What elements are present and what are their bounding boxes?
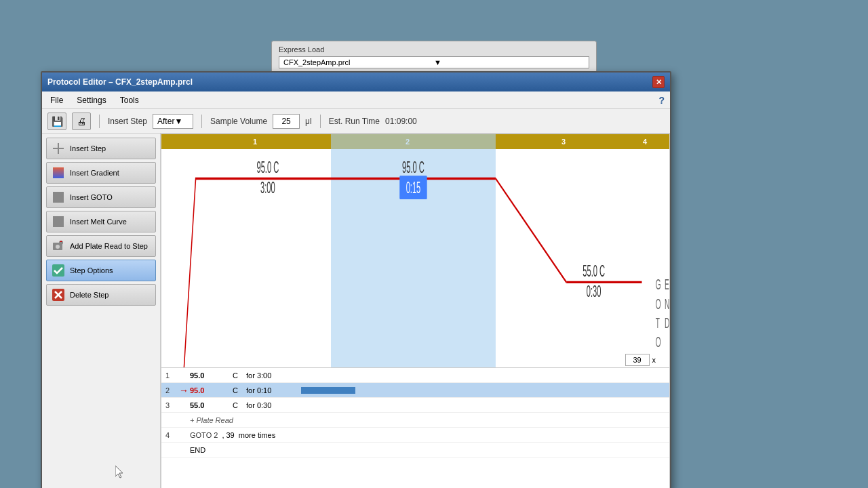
sidebar: Insert Step Insert Gradient Insert GOTO … — [42, 134, 161, 488]
step-goto: GOTO 2 — [190, 431, 218, 439]
step-num — [165, 416, 179, 424]
step-arrow — [179, 370, 190, 381]
insert-gradient-label: Insert Gradient — [70, 169, 119, 177]
window-title: Protocol Editor – CFX_2stepAmp.prcl — [47, 77, 193, 87]
step-bar — [301, 387, 355, 394]
insert-goto-label: Insert GOTO — [70, 193, 113, 201]
express-load-arrow: ▼ — [434, 58, 585, 66]
step-unit: C — [231, 386, 244, 394]
step-num: 4 — [165, 431, 179, 439]
menu-file[interactable]: File — [47, 96, 66, 105]
toolbar-separator-3 — [320, 115, 321, 128]
insert-step-dropdown[interactable]: After ▼ — [153, 114, 193, 129]
protocol-editor-window: Protocol Editor – CFX_2stepAmp.prcl ✕ Fi… — [41, 71, 671, 488]
help-button[interactable]: ? — [658, 95, 665, 106]
svg-text:3:00: 3:00 — [260, 179, 275, 197]
print-button[interactable]: 🖨 — [72, 113, 91, 130]
insert-gradient-btn[interactable]: Insert Gradient — [46, 162, 156, 184]
step-num — [165, 446, 179, 454]
est-run-time-label: Est. Run Time — [329, 117, 380, 126]
print-icon: 🖨 — [77, 116, 86, 127]
insert-step-label: Insert Step — [108, 117, 147, 126]
svg-rect-3 — [53, 192, 64, 203]
save-icon: 💾 — [52, 116, 63, 127]
x-label: x — [652, 356, 656, 364]
svg-text:E: E — [665, 277, 669, 293]
svg-text:95.0  C: 95.0 C — [402, 158, 425, 176]
step-row[interactable]: 1 95.0 C for 3:00 — [161, 368, 669, 383]
x-count-input[interactable] — [625, 354, 650, 366]
step-row[interactable]: 3 55.0 C for 0:30 — [161, 398, 669, 413]
express-load-dropdown[interactable]: CFX_2stepAmp.prcl ▼ — [279, 56, 589, 68]
delete-step-btn[interactable]: Delete Step — [46, 284, 156, 306]
step-temp: 95.0 — [190, 371, 231, 380]
svg-text:0:15: 0:15 — [406, 179, 421, 197]
step-num: 3 — [165, 401, 179, 409]
insert-step-arrow: ▼ — [174, 117, 182, 126]
sample-volume-unit: μl — [305, 117, 312, 126]
insert-step-btn[interactable]: Insert Step — [46, 138, 156, 159]
close-button[interactable]: ✕ — [652, 76, 665, 88]
step-options-btn[interactable]: Step Options — [46, 260, 156, 281]
menu-tools[interactable]: Tools — [117, 96, 142, 105]
menu-settings[interactable]: Settings — [74, 96, 108, 105]
svg-text:O: O — [656, 334, 661, 350]
step-arrow — [179, 430, 190, 441]
svg-text:55.0  C: 55.0 C — [583, 262, 605, 280]
step-arrow: → — [179, 385, 190, 396]
delete-step-label: Delete Step — [70, 291, 108, 299]
step-goto-count: , 39 more times — [218, 431, 275, 439]
insert-goto-icon — [51, 190, 66, 205]
svg-rect-1 — [58, 143, 59, 154]
step-row[interactable]: 2 → 95.0 C for 0:10 — [161, 383, 669, 398]
insert-gradient-icon — [51, 165, 66, 180]
save-button[interactable]: 💾 — [47, 113, 66, 130]
step-temp: 55.0 — [190, 401, 231, 409]
insert-goto-btn[interactable]: Insert GOTO — [46, 186, 156, 208]
svg-text:D: D — [665, 315, 669, 331]
est-run-time-value: 01:09:00 — [385, 117, 417, 126]
delete-step-icon — [51, 287, 66, 302]
step-num: 2 — [165, 386, 179, 394]
step-row-plate-read: + Plate Read — [161, 413, 669, 428]
insert-melt-curve-label: Insert Melt Curve — [70, 218, 127, 226]
svg-point-6 — [56, 245, 60, 249]
step-time: for 3:00 — [244, 371, 298, 380]
menu-items: File Settings Tools — [47, 96, 142, 105]
step-row-end: END — [161, 443, 669, 458]
step-arrow — [179, 445, 190, 455]
svg-rect-2 — [53, 167, 64, 178]
svg-rect-4 — [53, 216, 64, 227]
express-load-value: CFX_2stepAmp.prcl — [283, 58, 434, 66]
add-plate-read-label: Add Plate Read to Step — [70, 242, 148, 250]
svg-text:0:30: 0:30 — [587, 282, 601, 300]
step-arrow — [179, 415, 190, 426]
sample-volume-input[interactable] — [273, 114, 300, 129]
svg-rect-9 — [52, 264, 64, 277]
step-end-label: END — [190, 446, 205, 454]
step-row-goto[interactable]: 4 GOTO 2 , 39 more times — [161, 428, 669, 443]
main-content: Insert Step Insert Gradient Insert GOTO … — [42, 134, 670, 488]
toolbar: 💾 🖨 Insert Step After ▼ Sample Volume μl… — [42, 109, 670, 134]
insert-melt-curve-btn[interactable]: Insert Melt Curve — [46, 211, 156, 232]
insert-step-icon — [51, 141, 66, 156]
step-unit: C — [231, 371, 244, 380]
steps-list: 1 95.0 C for 3:00 2 → 95.0 C for 0:10 — [161, 367, 669, 488]
insert-melt-curve-icon — [51, 214, 66, 229]
express-load-label: Express Load — [279, 45, 589, 54]
svg-text:T: T — [656, 315, 660, 331]
svg-text:95.0  C: 95.0 C — [256, 158, 279, 176]
sample-volume-label: Sample Volume — [210, 117, 267, 126]
add-plate-read-icon — [51, 239, 66, 253]
insert-step-value: After — [157, 117, 174, 126]
title-bar: Protocol Editor – CFX_2stepAmp.prcl ✕ — [42, 73, 670, 92]
step-num: 1 — [165, 371, 179, 380]
chart-area: 1 2 3 4 9 — [161, 134, 670, 488]
step-temp: 95.0 — [190, 386, 231, 394]
insert-step-label: Insert Step — [70, 144, 106, 152]
svg-text:N: N — [665, 296, 669, 312]
toolbar-separator — [99, 115, 100, 128]
add-plate-read-btn[interactable]: Add Plate Read to Step — [46, 235, 156, 257]
express-load-bar: Express Load CFX_2stepAmp.prcl ▼ — [271, 41, 597, 73]
menu-bar: File Settings Tools ? — [42, 92, 670, 109]
